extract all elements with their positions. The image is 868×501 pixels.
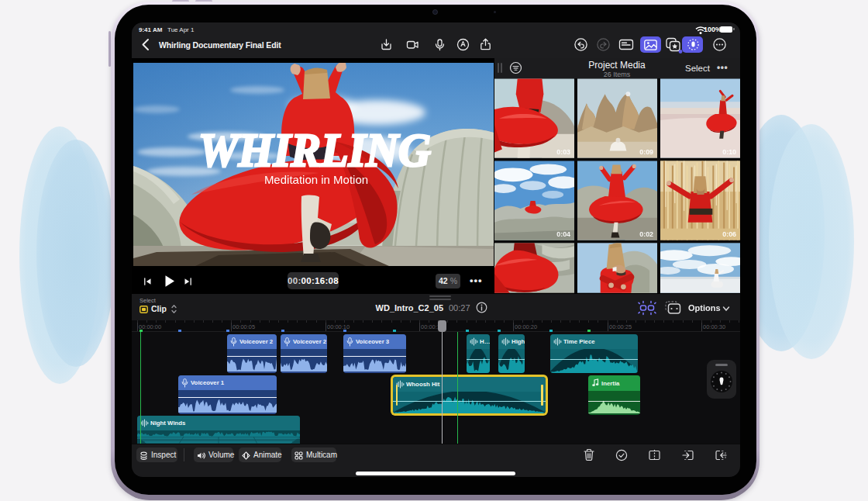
svg-text:0:03: 0:03 [556,148,570,156]
svg-text:0:06: 0:06 [722,230,736,238]
svg-text:0:02: 0:02 [639,230,653,238]
svg-text:0:04: 0:04 [556,230,570,238]
svg-text:0:09: 0:09 [639,148,653,156]
svg-text:0:10: 0:10 [722,148,736,156]
svg-text:Meditation in Motion: Meditation in Motion [264,173,368,186]
svg-text:WHIRLING: WHIRLING [198,123,431,176]
